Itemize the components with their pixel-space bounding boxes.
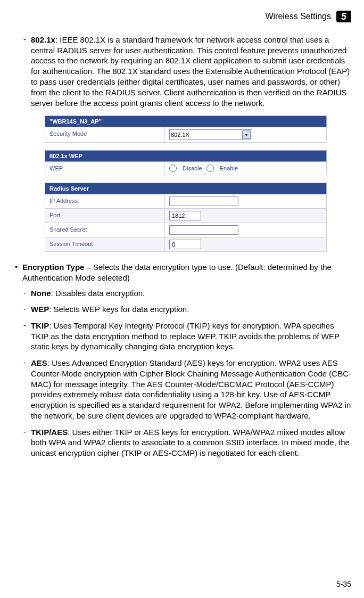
label-secret: Shared Secret (45, 223, 165, 237)
security-mode-select[interactable]: 802.1X ▾ (169, 129, 252, 140)
term-encryption-type: Encryption Type (22, 263, 84, 272)
page-number: 5-35 (336, 580, 351, 588)
section-title: Wireless Settings (265, 12, 331, 21)
term-aes: AES (31, 358, 47, 367)
item-wep: - WEP: Selects WEP keys for data encrypt… (23, 304, 351, 315)
item-encryption-type: • Encryption Type – Selects the data enc… (15, 261, 351, 283)
label-timeout: Session Timeout (45, 237, 165, 251)
radius-header: Radius Server (45, 183, 327, 194)
timeout-input[interactable] (169, 240, 201, 249)
wep-disable-label: Disable (183, 165, 202, 171)
desc-none: : Disables data encryption. (51, 289, 145, 298)
term-none: None (31, 289, 51, 298)
row-timeout: Session Timeout (45, 237, 327, 252)
item-8021x: - 802.1x: IEEE 802.1X is a standard fram… (23, 34, 351, 108)
term-tkip: TKIP (31, 321, 49, 330)
desc-aes: : Uses Advanced Encryption Standard (AES… (31, 358, 351, 420)
row-wep: WEP Disable Enable (45, 162, 327, 175)
wep-disable-radio[interactable] (169, 165, 177, 172)
row-ip: IP Address (45, 194, 327, 209)
port-input[interactable] (169, 211, 201, 220)
ap-header: "WBR14S_N3_AP" (45, 116, 327, 127)
item-aes: - AES: Uses Advanced Encryption Standard… (23, 357, 351, 421)
desc-8021x: : IEEE 802.1X is a standard framework fo… (31, 35, 350, 108)
chevron-down-icon: ▾ (242, 130, 251, 139)
label-port: Port (45, 209, 165, 223)
item-none: - None: Disables data encryption. (23, 288, 351, 299)
label-wep: WEP (45, 162, 165, 175)
desc-tkip: : Uses Temporal Key Integrity Protocol (… (31, 321, 340, 351)
security-mode-value: 802.1X (171, 132, 189, 138)
wep-enable-label: Enable (220, 165, 238, 171)
term-tkipaes: TKIP/AES (31, 428, 68, 437)
row-port: Port (45, 209, 327, 223)
desc-tkipaes: : Uses either TKIP or AES keys for encry… (31, 428, 350, 458)
config-screenshot: "WBR14S_N3_AP" Security Mode 802.1X ▾ 80… (45, 116, 327, 252)
desc-wep: : Selects WEP keys for data encryption. (49, 305, 189, 314)
secret-input[interactable] (169, 225, 238, 235)
wep-header: 802.1x WEP (45, 150, 327, 162)
wep-enable-radio[interactable] (206, 165, 214, 172)
row-secret: Shared Secret (45, 223, 327, 237)
page-header: Wireless Settings 5 (13, 11, 351, 22)
row-security-mode: Security Mode 802.1X ▾ (45, 127, 327, 143)
label-security-mode: Security Mode (45, 127, 165, 142)
term-wep: WEP (31, 305, 49, 314)
item-tkip: - TKIP: Uses Temporal Key Integrity Prot… (23, 320, 351, 352)
ip-input[interactable] (169, 196, 238, 206)
item-tkipaes: - TKIP/AES: Uses either TKIP or AES keys… (23, 427, 351, 458)
chapter-badge: 5 (336, 11, 351, 22)
label-ip: IP Address (45, 194, 165, 208)
term-8021x: 802.1x (31, 35, 55, 44)
page: Wireless Settings 5 - 802.1x: IEEE 802.1… (0, 0, 364, 598)
